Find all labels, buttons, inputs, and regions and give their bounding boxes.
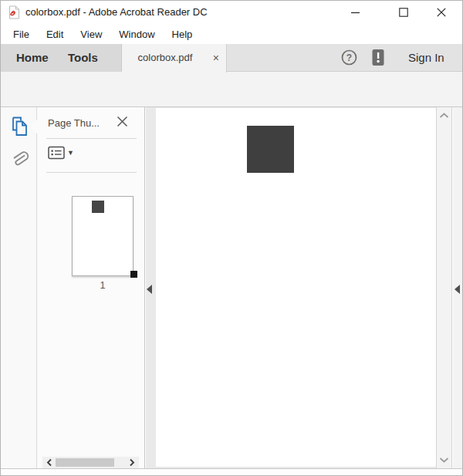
colorbox-square	[247, 126, 294, 173]
menu-window[interactable]: Window	[115, 27, 158, 42]
panel-horizontal-scrollbar[interactable]	[42, 457, 139, 468]
tab-close-icon[interactable]: ×	[213, 44, 219, 72]
chevron-down-icon: ▼	[67, 149, 74, 157]
help-button[interactable]: ?	[341, 49, 357, 66]
menu-edit[interactable]: Edit	[42, 27, 67, 42]
maximize-button[interactable]	[389, 1, 418, 24]
thumbnail-options-button[interactable]: ▼	[48, 146, 74, 160]
toolbar: / 1 39.1% ▼ •••	[1, 72, 462, 107]
collapse-panel-arrow-icon[interactable]	[147, 285, 152, 294]
thumbnail-page-number: 1	[72, 280, 133, 291]
close-panel-icon[interactable]	[117, 116, 128, 127]
sign-in-button[interactable]: Sign In	[408, 44, 444, 72]
nav-tabs-section: Home Tools	[1, 44, 122, 72]
close-window-button[interactable]	[427, 1, 456, 24]
pdf-document-icon	[8, 5, 21, 19]
tab-bar: Home Tools colorbox.pdf × ? Sign In	[1, 44, 462, 72]
tools-pane-collapsed-strip	[453, 107, 462, 468]
tab-document-label: colorbox.pdf	[122, 44, 208, 72]
panel-divider	[46, 138, 137, 139]
thumbnail-resize-handle[interactable]	[130, 271, 137, 278]
app-window: colorbox.pdf - Adobe Acrobat Reader DC F…	[0, 0, 463, 476]
window-title: colorbox.pdf - Adobe Acrobat Reader DC	[25, 1, 208, 24]
expand-tools-pane-arrow-icon[interactable]	[455, 285, 460, 294]
mobile-device-icon[interactable]	[371, 49, 385, 67]
attachments-paperclip-icon[interactable]	[10, 149, 29, 170]
panel-divider	[46, 172, 137, 173]
menu-bar: File Edit View Window Help	[1, 24, 462, 44]
pdf-page[interactable]	[156, 108, 436, 467]
tab-tools[interactable]: Tools	[68, 44, 98, 72]
navigation-pane-strip	[1, 107, 37, 468]
active-pane-notch	[30, 120, 37, 133]
tab-home[interactable]: Home	[16, 44, 49, 72]
scrollbar-thumb[interactable]	[56, 458, 114, 467]
tab-document[interactable]: colorbox.pdf ×	[122, 44, 227, 73]
menu-file[interactable]: File	[9, 27, 33, 42]
menu-view[interactable]: View	[76, 27, 106, 42]
document-viewer[interactable]	[146, 107, 436, 468]
thumbnail-colorbox-square	[92, 201, 104, 213]
minimize-button[interactable]	[341, 1, 370, 24]
scroll-left-icon[interactable]	[46, 458, 54, 467]
scroll-down-icon[interactable]	[438, 456, 450, 464]
panel-title: Page Thu...	[48, 117, 100, 129]
title-bar: colorbox.pdf - Adobe Acrobat Reader DC	[1, 1, 462, 24]
menu-help[interactable]: Help	[168, 27, 197, 42]
scroll-right-icon[interactable]	[127, 458, 136, 467]
window-bottom-frame	[1, 468, 462, 476]
page-thumbnails-icon[interactable]	[10, 116, 28, 137]
page-1-thumbnail[interactable]	[72, 196, 133, 276]
scroll-up-icon[interactable]	[438, 112, 450, 120]
vertical-scrollbar[interactable]	[436, 107, 452, 468]
svg-text:?: ?	[346, 52, 352, 63]
page-thumbnails-panel: Page Thu... ▼ 1	[37, 107, 145, 468]
content-area: Page Thu... ▼ 1	[1, 107, 462, 468]
